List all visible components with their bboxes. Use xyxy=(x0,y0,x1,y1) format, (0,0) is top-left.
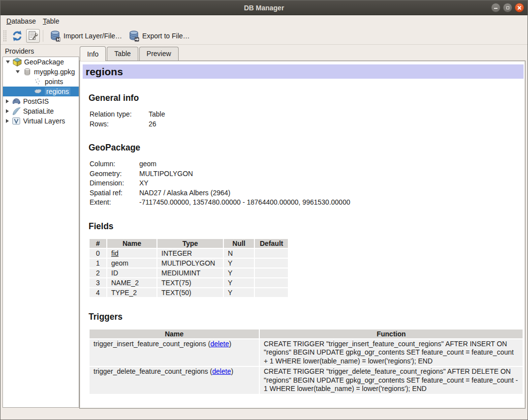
expander-closed-icon[interactable] xyxy=(6,119,9,123)
menu-table[interactable]: Table xyxy=(40,16,63,27)
postgis-elephant-icon xyxy=(11,96,21,106)
expander-closed-icon[interactable] xyxy=(6,109,9,113)
db-manager-window: DB Manager Database Table xyxy=(0,0,528,420)
triggers-header-row: Name Function xyxy=(90,330,523,338)
triggers-table: Name Function trigger_insert_feature_cou… xyxy=(89,329,524,395)
field-row: 2 ID MEDIUMINT Y xyxy=(90,269,288,277)
tree-item-postgis[interactable]: PostGIS xyxy=(3,96,79,106)
info-row: Geometry: MULTIPOLYGON xyxy=(87,169,524,179)
tree-label: GeoPackage xyxy=(24,58,64,66)
toolbar: Import Layer/File… Export to File… xyxy=(0,27,528,45)
trigger-name: trigger_delete_feature_count_regions xyxy=(93,367,208,375)
tree-label: PostGIS xyxy=(23,97,49,105)
window-controls xyxy=(491,3,524,12)
window-title: DB Manager xyxy=(0,4,528,12)
trigger-function: CREATE TRIGGER "trigger_delete_feature_c… xyxy=(260,367,523,394)
maximize-button[interactable] xyxy=(503,3,512,12)
info-row: Rows: 26 xyxy=(87,120,524,129)
minimize-button[interactable] xyxy=(491,3,500,12)
export-file-label: Export to File… xyxy=(142,32,189,40)
status-bar xyxy=(0,409,528,420)
close-button[interactable] xyxy=(515,3,524,12)
tree-item-virtual-layers[interactable]: Virtual Layers xyxy=(3,116,79,126)
tree-item-mygpkg[interactable]: mygpkg.gpkg xyxy=(3,67,79,77)
refresh-icon xyxy=(11,30,23,42)
fields-header-row: # Name Type Null Default xyxy=(90,239,288,248)
spatialite-feather-icon xyxy=(11,106,21,116)
triggers-heading: Triggers xyxy=(89,312,524,322)
tree-item-points[interactable]: points xyxy=(3,77,79,87)
field-row: 1 geom MULTIPOLYGON Y xyxy=(90,259,288,268)
trigger-name: trigger_insert_feature_count_regions xyxy=(93,340,206,348)
info-row: Extent: -7117450.00000, 1357480.00000 - … xyxy=(87,198,524,208)
refresh-button[interactable] xyxy=(8,29,26,43)
trigger-row: trigger_insert_feature_count_regions (de… xyxy=(90,339,523,366)
sql-window-icon xyxy=(28,30,38,41)
tab-preview[interactable]: Preview xyxy=(139,47,179,60)
tree-label: mygpkg.gpkg xyxy=(34,68,75,76)
toolbar-separator xyxy=(43,30,43,42)
providers-title: Providers xyxy=(2,46,79,57)
main-area: Providers GeoPackage xyxy=(0,45,528,409)
import-database-icon xyxy=(49,30,61,42)
export-file-button[interactable]: Export to File… xyxy=(125,29,192,43)
sql-window-button[interactable] xyxy=(26,29,40,43)
toolbar-grip[interactable] xyxy=(3,30,6,42)
polygon-layer-icon xyxy=(33,87,43,96)
export-database-icon xyxy=(128,30,140,42)
triggers-section: Triggers Name Function trigger_insert_fe… xyxy=(87,312,524,395)
title-bar[interactable]: DB Manager xyxy=(0,0,528,15)
tab-bar: Info Table Preview xyxy=(79,46,526,60)
expander-closed-icon[interactable] xyxy=(6,99,9,103)
geopackage-section: GeoPackage Column: geom Geometry: MULTIP… xyxy=(87,143,524,208)
tab-table[interactable]: Table xyxy=(107,47,138,60)
fields-section: Fields # Name Type Null Default xyxy=(87,221,524,298)
field-row: 0 fid INTEGER N xyxy=(90,249,288,258)
tree-label: points xyxy=(45,78,63,86)
tree-label: Virtual Layers xyxy=(23,117,65,125)
table-name-banner: regions xyxy=(83,64,524,79)
menu-bar: Database Table xyxy=(0,15,528,27)
geopackage-icon xyxy=(12,57,22,67)
info-row: Dimension: XY xyxy=(87,179,524,188)
minimize-icon xyxy=(494,8,497,9)
tree-label: regions xyxy=(45,88,70,95)
import-layer-label: Import Layer/File… xyxy=(63,32,122,40)
tab-info[interactable]: Info xyxy=(80,46,106,61)
virtual-layers-icon xyxy=(11,116,21,126)
field-row: 4 TYPE_2 TEXT(50) Y xyxy=(90,288,288,297)
info-row: Column: geom xyxy=(87,159,524,169)
field-row: 3 NAME_2 TEXT(75) Y xyxy=(90,278,288,287)
menu-database[interactable]: Database xyxy=(3,16,40,27)
info-content[interactable]: regions General info Relation type: Tabl… xyxy=(79,60,526,409)
maximize-icon xyxy=(506,6,509,9)
tree-item-geopackage[interactable]: GeoPackage xyxy=(3,57,79,67)
expander-open-icon[interactable] xyxy=(6,60,10,63)
general-info-section: General info Relation type: Table Rows: … xyxy=(87,93,524,129)
detail-panel: Info Table Preview regions General info … xyxy=(79,46,526,409)
expander-open-icon[interactable] xyxy=(16,70,20,73)
info-row: Spatial ref: NAD27 / Alaska Albers (2964… xyxy=(87,188,524,198)
providers-panel: Providers GeoPackage xyxy=(0,46,79,409)
table-name: regions xyxy=(86,66,123,78)
fields-table: # Name Type Null Default 0 fid I xyxy=(89,238,289,298)
delete-trigger-link[interactable]: delete xyxy=(212,367,231,375)
fields-heading: Fields xyxy=(89,221,524,232)
general-info-heading: General info xyxy=(89,93,524,103)
providers-tree: GeoPackage mygpkg.gpkg xyxy=(2,57,79,408)
tree-item-spatialite[interactable]: SpatiaLite xyxy=(3,106,79,116)
import-layer-button[interactable]: Import Layer/File… xyxy=(46,29,125,43)
delete-trigger-link[interactable]: delete xyxy=(210,340,229,348)
points-layer-icon xyxy=(33,77,43,87)
tree-item-regions[interactable]: regions xyxy=(3,87,79,96)
geopackage-heading: GeoPackage xyxy=(89,143,524,153)
database-file-icon xyxy=(22,67,32,77)
tree-label: SpatiaLite xyxy=(23,107,54,115)
info-row: Relation type: Table xyxy=(87,110,524,120)
trigger-function: CREATE TRIGGER "trigger_insert_feature_c… xyxy=(260,339,523,366)
trigger-row: trigger_delete_feature_count_regions (de… xyxy=(90,367,523,394)
